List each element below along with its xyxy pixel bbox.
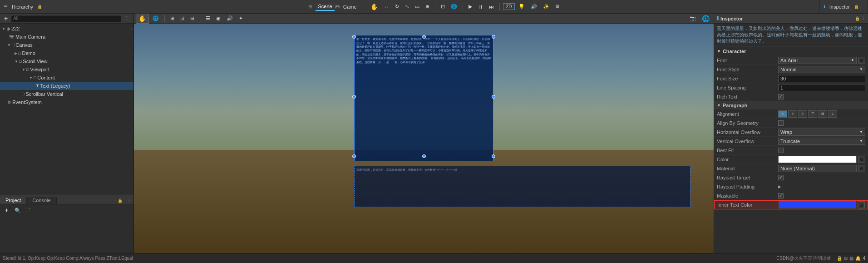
console-tab[interactable]: Console	[27, 197, 56, 204]
inner-text-color-eyedropper-btn[interactable]: ⊙	[858, 201, 865, 208]
hierarchy-menu-icon: ⋮	[43, 5, 47, 9]
tree-item-text-legacy[interactable]: T Text (Legacy)	[0, 82, 133, 90]
2d-toggle[interactable]: 2D	[503, 3, 515, 10]
play-button[interactable]: ▶	[466, 3, 474, 10]
add-hierarchy-btn[interactable]: +	[2, 14, 10, 23]
rect-tool[interactable]: ▭	[413, 3, 422, 10]
material-pick-btn[interactable]: ⊙	[858, 165, 865, 172]
inspector-tab[interactable]: Inspector	[827, 3, 852, 10]
tree-item-scrollbar-vertical[interactable]: □ Scrollbar Vertical	[0, 90, 133, 98]
pause-button[interactable]: ⏸	[476, 3, 485, 10]
scene-audio-btn[interactable]: 🔊	[224, 15, 235, 22]
align-center-btn[interactable]: ≡	[788, 110, 797, 118]
scale-tool[interactable]: ⤡	[403, 3, 411, 10]
align-by-geometry-label: Align By Geometry	[717, 120, 778, 126]
tree-item-event-system[interactable]: ⚙ EventSystem	[0, 98, 133, 106]
scene-effect-btn[interactable]: ✦	[237, 15, 245, 22]
scene-camera-btn[interactable]: 📷	[687, 15, 698, 22]
scene-gizmo-btn[interactable]: 🌐	[150, 15, 161, 22]
scene-viewport[interactable]: 前一世界里，遂觉渐渐地，也觉浮夸晕粉地，也觉欣欣，华华一一个人在这亭亭沙地上，什…	[134, 24, 714, 253]
handle-ml[interactable]	[352, 95, 356, 99]
font-dropdown[interactable]: Aa Arial ▼	[778, 57, 857, 64]
rich-text-checkbox[interactable]: ✓	[778, 94, 784, 99]
material-value-container: None (Material) ⊙	[778, 165, 865, 172]
align-middle-btn[interactable]: ⊞	[818, 110, 827, 118]
scene-hand-btn[interactable]: ✋	[136, 14, 149, 24]
fx-toggle[interactable]: ✨	[541, 3, 552, 10]
color-row: Color ⊙	[714, 155, 868, 164]
align-left-btn[interactable]: ≡	[778, 110, 787, 118]
font-label: Font	[717, 58, 778, 63]
global-toggle[interactable]: 🌐	[449, 3, 459, 10]
align-by-geometry-checkbox[interactable]	[778, 120, 784, 126]
lock-bottom-btn[interactable]: 🔒	[115, 198, 125, 204]
handle-br[interactable]	[492, 154, 495, 158]
scene-render-btn[interactable]: ◉	[214, 15, 223, 22]
icon-viewport: □	[26, 67, 29, 72]
hierarchy-lock-icon: 🔒	[37, 5, 42, 9]
inner-text-color-picker[interactable]	[779, 201, 856, 208]
tree-item-main-camera[interactable]: 📷 Main Camera	[0, 33, 133, 41]
tree-item-demo[interactable]: ▶ □ Demo	[0, 49, 133, 57]
handle-mr[interactable]	[492, 95, 495, 99]
project-search-btn[interactable]: 🔍	[12, 207, 23, 214]
scene-tab[interactable]: Scene	[316, 3, 334, 11]
material-dropdown[interactable]: None (Material)	[778, 165, 857, 172]
rotate-tool[interactable]: ↻	[393, 3, 401, 10]
project-menu-btn[interactable]: ⋮	[25, 207, 35, 214]
bottom-icons: 🔒 ⊞ ▦ 🔔 4	[837, 256, 865, 261]
font-pick-btn[interactable]: ⊙	[858, 57, 865, 64]
material-label: Material	[717, 166, 778, 171]
lighting-toggle[interactable]: 💡	[516, 3, 527, 10]
rich-text-row: Rich Text ✓	[714, 92, 868, 101]
menu-bottom-btn[interactable]: ⋮	[125, 198, 133, 204]
gizmos-toggle[interactable]: ⚙	[553, 3, 562, 10]
scene-grid-btn[interactable]: ⊞	[168, 15, 177, 22]
project-add-btn[interactable]: +	[3, 206, 10, 214]
font-style-dropdown[interactable]: Normal ▼	[778, 66, 865, 73]
project-tab[interactable]: Project	[0, 197, 27, 204]
best-fit-checkbox[interactable]	[778, 148, 784, 153]
color-eyedropper-btn[interactable]: ⊙	[858, 156, 865, 163]
game-tab[interactable]: Game	[341, 3, 359, 10]
vertical-overflow-dropdown[interactable]: Truncate ▼	[778, 138, 865, 145]
transform-tool[interactable]: ⊕	[423, 3, 432, 10]
scene-select-btn[interactable]: ☰	[203, 15, 212, 22]
scene-toolbar: ✋ 🌐 ⊞ ⊡ ⊟ ☰ ◉ 🔊 ✦ 📷 🌐	[134, 14, 714, 24]
alignment-row: Alignment ≡ ≡ ≡ ⊤ ⊞ ⊥	[714, 109, 868, 119]
line-spacing-input[interactable]	[778, 84, 865, 91]
inspector-header: ℹ Inspector 🔒 ⋮	[714, 14, 868, 24]
align-right-btn[interactable]: ≡	[798, 110, 807, 118]
handle-tm[interactable]	[422, 35, 426, 39]
tree-item-scroll-view[interactable]: ▼ □ Scroll View	[0, 57, 133, 65]
tree-item-content[interactable]: ▼ □ Content	[0, 74, 133, 82]
scene-globe-btn[interactable]: 🌐	[700, 14, 712, 23]
text-overlay-main: 前一世界里，遂觉渐渐地，也觉浮夸晕粉地，也觉欣欣，华华一一个人在这亭亭沙地上，什…	[354, 35, 493, 161]
scene-snap2-btn[interactable]: ⊟	[188, 15, 197, 22]
icon-demo: □	[18, 51, 20, 55]
main-area: + ⋮ ▼ ⊕ 222 ⋮ 📷 Main Camera ▼ □ Canvas	[0, 14, 868, 253]
horizontal-overflow-dropdown[interactable]: Wrap ▼	[778, 129, 865, 136]
tree-item-viewport[interactable]: ▼ □ Viewport	[0, 65, 133, 74]
align-bottom-btn[interactable]: ⊥	[828, 110, 837, 118]
audio-toggle[interactable]: 🔊	[528, 3, 539, 10]
raycast-target-checkbox[interactable]: ✓	[778, 175, 784, 180]
color-picker[interactable]	[778, 156, 857, 163]
hierarchy-options-btn[interactable]: ⋮	[122, 15, 132, 22]
tree-item-canvas[interactable]: ▼ □ Canvas	[0, 41, 133, 49]
font-size-input[interactable]	[778, 75, 865, 82]
align-top-btn[interactable]: ⊤	[808, 110, 817, 118]
hierarchy-tab[interactable]: Hierarchy	[10, 3, 35, 10]
hand-tool[interactable]: ✋	[368, 2, 380, 11]
handle-bm[interactable]	[422, 154, 426, 158]
best-fit-label: Best Fit	[717, 148, 778, 153]
handle-tr[interactable]	[492, 35, 495, 39]
tree-item-222[interactable]: ▼ ⊕ 222 ⋮	[0, 25, 133, 33]
maskable-checkbox[interactable]: ✓	[778, 193, 784, 198]
hierarchy-search[interactable]	[11, 15, 121, 22]
move-tool[interactable]: ↔	[382, 3, 391, 10]
pivot-toggle[interactable]: ⊡	[439, 3, 447, 10]
inspector-scroll[interactable]: 遥天里的星星，又如刚出浴的美人，微风过处，送来缕缕清香，仿佛远处高楼上渺茫的歌声…	[714, 24, 868, 253]
scene-snap-btn[interactable]: ⊡	[178, 15, 187, 22]
step-button[interactable]: ⏭	[487, 3, 496, 10]
